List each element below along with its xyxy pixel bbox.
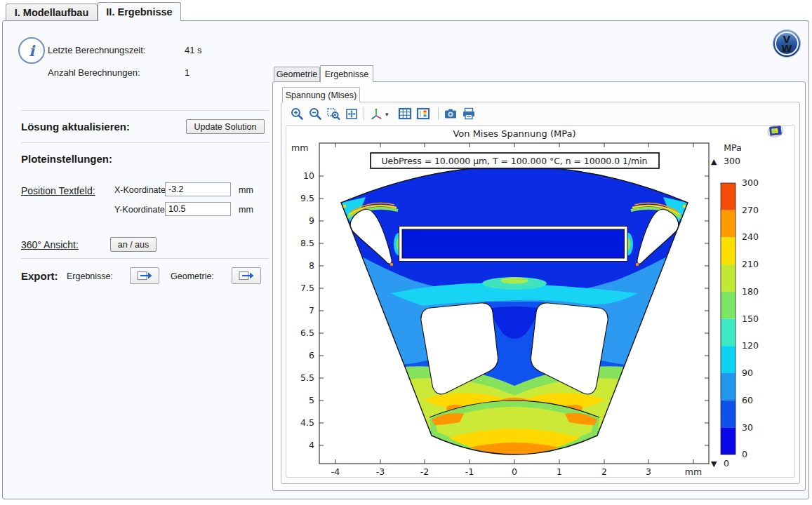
zoom-out-icon[interactable] — [307, 106, 323, 121]
color-legend-icon[interactable] — [415, 106, 431, 121]
von-mises-plot: Von Mises Spannung (MPa) — [286, 125, 795, 477]
colorbar-unit: MPa — [724, 142, 741, 153]
plot-settings-heading: Ploteinstellungen: — [21, 153, 112, 165]
x-axis-unit: mm — [685, 466, 702, 477]
toolbar-separator — [438, 107, 439, 120]
export-results-label: Ergebnisse: — [67, 271, 113, 281]
export-heading: Export: — [21, 270, 58, 282]
info-glyph: i — [29, 42, 34, 60]
computation-count-label: Anzahl Berechnungen: — [48, 67, 140, 78]
svg-text:30: 30 — [742, 422, 753, 433]
colorbar-under-symbol: ▼ — [711, 459, 717, 469]
app-window: I. Modellaufbau II. Ergebnisse i Letzte … — [0, 0, 812, 505]
view-orientation-icon[interactable] — [369, 106, 385, 121]
export-geometry-button[interactable] — [232, 267, 261, 284]
colorbar-tick-labels: 300 270 240 210 180 150 120 90 60 30 0 — [742, 177, 759, 459]
view360-label: 360° Ansicht: — [21, 239, 79, 250]
grid-icon[interactable] — [397, 106, 413, 121]
tab-geometrie[interactable]: Geometrie — [274, 67, 320, 81]
x-coordinate-unit: mm — [239, 185, 253, 195]
info-icon: i — [18, 37, 45, 64]
divider — [21, 258, 269, 259]
svg-text:0: 0 — [512, 466, 517, 477]
colorbar-over-symbol: ▲ — [711, 157, 717, 166]
svg-text:0: 0 — [742, 449, 747, 459]
svg-text:300: 300 — [742, 177, 759, 188]
svg-text:9.5: 9.5 — [300, 193, 314, 203]
svg-text:180: 180 — [742, 286, 759, 297]
tab-modellaufbau[interactable]: I. Modellaufbau — [6, 4, 98, 21]
snapshot-camera-icon[interactable] — [443, 106, 458, 121]
svg-text:8.5: 8.5 — [300, 238, 314, 248]
svg-text:-4: -4 — [331, 466, 340, 477]
y-coordinate-unit: mm — [239, 205, 253, 215]
svg-text:270: 270 — [742, 205, 759, 215]
view360-toggle-label: an / aus — [118, 240, 149, 250]
export-geometry-label: Geometrie: — [171, 271, 214, 281]
tab-modellaufbau-label: I. Modellaufbau — [15, 7, 89, 18]
svg-text:240: 240 — [742, 231, 759, 242]
svg-text:-3: -3 — [376, 466, 385, 477]
zoom-box-icon[interactable] — [326, 106, 341, 121]
last-computation-value: 41 s — [185, 45, 202, 55]
svg-text:5: 5 — [309, 395, 314, 405]
position-textfield-label: Position Textfeld: — [21, 185, 95, 196]
plot-title: Von Mises Spannung (MPa) — [453, 128, 575, 139]
view360-toggle-button[interactable]: an / aus — [110, 237, 157, 252]
divider — [21, 142, 269, 143]
divider — [21, 110, 269, 111]
svg-text:4.5: 4.5 — [300, 417, 314, 428]
svg-text:2: 2 — [601, 466, 607, 477]
zoom-extents-icon[interactable] — [344, 106, 359, 121]
x-coordinate-input[interactable] — [165, 182, 231, 196]
y-axis-unit: mm — [291, 142, 308, 153]
tab-ergebnisse-graphics[interactable]: Ergebnisse — [320, 65, 373, 82]
svg-text:90: 90 — [742, 368, 753, 378]
plot-scene-icon[interactable] — [766, 123, 785, 142]
tab-spannung-mises-label: Spannung (Mises) — [286, 90, 357, 100]
svg-text:7: 7 — [309, 305, 314, 316]
update-solution-button-label: Update Solution — [194, 122, 257, 132]
computation-count-value: 1 — [185, 67, 189, 78]
tab-ergebnisse-graphics-label: Ergebnisse — [325, 69, 369, 79]
export-icon — [239, 270, 254, 281]
export-results-button[interactable] — [130, 267, 159, 284]
magnet-pocket — [399, 227, 628, 262]
update-solution-button[interactable]: Update Solution — [186, 119, 265, 134]
tab-ergebnisse-label: II. Ergebnisse — [106, 6, 172, 18]
svg-text:6.5: 6.5 — [300, 328, 314, 338]
svg-text:5.5: 5.5 — [300, 372, 314, 383]
y-coordinate-label: Y-Koordinate: — [114, 205, 167, 215]
svg-text:120: 120 — [742, 340, 759, 351]
y-tick-labels: 10 9.5 9 8.5 8 7.5 7 6.5 6 5.5 5 4.5 4 — [300, 170, 314, 450]
svg-text:10: 10 — [303, 170, 314, 181]
x-tick-labels: -4 -3 -2 -1 0 1 2 3 mm — [331, 466, 702, 477]
stress-hotspot — [390, 263, 393, 266]
print-icon[interactable] — [461, 106, 477, 121]
svg-text:60: 60 — [742, 395, 753, 405]
colorbar-over-value: 300 — [724, 156, 740, 166]
tab-spannung-mises[interactable]: Spannung (Mises) — [282, 87, 360, 102]
svg-text:9: 9 — [309, 215, 314, 226]
view-orientation-dropdown-caret[interactable]: ▾ — [385, 111, 389, 118]
svg-text:7.5: 7.5 — [300, 283, 314, 293]
svg-text:6: 6 — [309, 350, 314, 361]
export-icon — [137, 270, 152, 281]
x-coordinate-label: X-Koordinate: — [114, 185, 168, 195]
zoom-in-icon[interactable] — [289, 106, 305, 121]
tab-geometrie-label: Geometrie — [277, 69, 317, 79]
y-coordinate-input[interactable] — [165, 202, 231, 216]
vw-logo-w: W — [781, 43, 792, 54]
svg-text:1: 1 — [557, 466, 562, 477]
colorbar — [721, 183, 736, 454]
update-solution-heading: Lösung aktualisieren: — [21, 121, 130, 133]
vw-logo: V W — [772, 29, 801, 61]
svg-text:8: 8 — [309, 260, 314, 271]
last-computation-label: Letzte Berechnungszeit: — [48, 45, 145, 55]
colorbar-under-value: 0 — [724, 458, 729, 469]
svg-text:3: 3 — [646, 466, 651, 477]
svg-text:-2: -2 — [420, 466, 429, 477]
svg-text:210: 210 — [742, 259, 759, 269]
toolbar-separator — [364, 107, 364, 120]
tab-ergebnisse[interactable]: II. Ergebnisse — [98, 2, 181, 21]
